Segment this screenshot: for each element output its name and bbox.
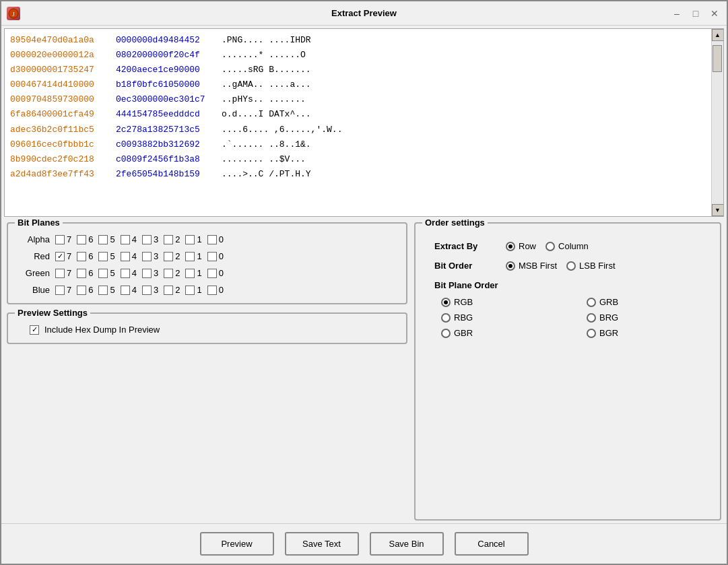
bpo-brg-option[interactable]: BRG [587,312,712,323]
green-bit3-checkbox[interactable] [142,269,152,278]
bit-planes-grid: Alpha76543210Red76543210Green76543210Blu… [16,234,398,295]
blue-bit1-checkbox[interactable] [185,286,195,295]
alpha-bit7-checkbox[interactable] [55,235,65,244]
blue-bit2-checkbox[interactable] [164,286,173,295]
blue-bit0-checkbox[interactable] [207,286,217,295]
scroll-up-button[interactable]: ▲ [712,29,724,41]
alpha-bit4-checkbox[interactable] [121,235,130,244]
lsb-first-label: LSB First [579,261,615,271]
bpo-rgb-option[interactable]: RGB [441,297,566,307]
green-bit1-checkbox[interactable] [185,269,195,278]
red-bit2-checkbox[interactable] [164,252,173,261]
lsb-first-radio[interactable] [566,261,576,271]
blue-bit3-checkbox[interactable] [142,286,152,295]
bit-row: Alpha76543210 [16,234,398,244]
extract-by-row-radio[interactable] [506,242,515,251]
bit-number-label: 0 [219,251,224,261]
red-bit6-checkbox[interactable] [77,252,86,261]
red-bit3-checkbox[interactable] [142,252,152,261]
msb-first-option[interactable]: MSB First [506,261,557,271]
green-bit2-checkbox[interactable] [164,269,173,278]
bit-number-label: 3 [154,268,158,278]
bit-number-label: 0 [219,285,224,295]
bpo-rbg-option[interactable]: RBG [441,312,566,323]
bpo-grb-radio[interactable] [587,298,596,307]
bit-number-label: 0 [219,268,224,278]
close-button[interactable]: ✕ [708,7,721,20]
green-bit0-checkbox[interactable] [207,269,217,278]
bit-cell: 2 [164,234,180,244]
bpo-gbr-radio[interactable] [441,329,451,338]
hex-preview: 89504e470d0a1a0a 0000000d49484452 .PNG..… [4,28,724,217]
bit-number-label: 2 [175,268,180,278]
hex-col1: d300000001735247 [10,63,108,77]
hex-col2: c0809f2456f1b3a8 [116,152,213,167]
cancel-button[interactable]: Cancel [455,532,529,556]
hex-col3: ....>..C /.PT.H.Y [222,167,343,182]
bit-cell: 3 [142,234,158,244]
blue-bit5-checkbox[interactable] [98,286,108,295]
scroll-track[interactable] [712,41,723,204]
extract-by-row-option[interactable]: Row [506,241,536,251]
red-bit7-checkbox[interactable] [55,252,65,261]
right-panel: Order settings Extract By Row Column [414,222,721,521]
bpo-rgb-radio[interactable] [441,298,451,307]
app-icon: J [7,7,20,20]
red-bit4-checkbox[interactable] [121,252,130,261]
save-bin-button[interactable]: Save Bin [370,532,444,556]
preview-button[interactable]: Preview [200,532,274,556]
alpha-bit6-checkbox[interactable] [77,235,86,244]
green-bit5-checkbox[interactable] [98,269,108,278]
bpo-bgr-option[interactable]: BGR [587,328,712,338]
hex-col2: c0093882bb312692 [116,137,213,152]
red-bit0-checkbox[interactable] [207,252,217,261]
save-text-button[interactable]: Save Text [285,532,359,556]
maximize-button[interactable]: □ [689,7,702,20]
scroll-down-button[interactable]: ▼ [712,204,724,216]
msb-first-radio[interactable] [506,261,515,271]
bit-number-label: 3 [154,251,158,261]
green-bit7-checkbox[interactable] [55,269,65,278]
alpha-bit0-checkbox[interactable] [207,235,217,244]
alpha-bit1-checkbox[interactable] [185,235,195,244]
bit-number-label: 6 [88,251,93,261]
scroll-thumb[interactable] [713,45,722,72]
scrollbar[interactable]: ▲ ▼ [711,29,723,216]
hex-row: adec36b2c0f11bc5 2c278a13825713c5 ....6.… [10,123,706,137]
bpo-bgr-radio[interactable] [587,329,596,338]
extract-by-column-radio[interactable] [545,242,555,251]
blue-bit7-checkbox[interactable] [55,286,65,295]
bit-number-label: 7 [67,234,71,244]
bit-number-label: 5 [110,268,114,278]
bpo-rbg-radio[interactable] [441,313,451,323]
hex-col1: 0000020e0000012a [10,48,108,63]
blue-bit6-checkbox[interactable] [77,286,86,295]
bit-cell: 3 [142,268,158,278]
hex-col2: 444154785eedddcd [116,107,213,122]
bit-number-label: 1 [197,268,201,278]
blue-bit4-checkbox[interactable] [121,286,130,295]
green-bit6-checkbox[interactable] [77,269,86,278]
bit-number-label: 4 [132,234,137,244]
bpo-brg-radio[interactable] [587,313,596,323]
alpha-bit5-checkbox[interactable] [98,235,108,244]
bpo-grb-option[interactable]: GRB [587,297,712,307]
lsb-first-option[interactable]: LSB First [566,261,615,271]
red-bit1-checkbox[interactable] [185,252,195,261]
order-settings-title: Order settings [422,218,488,228]
extract-by-column-option[interactable]: Column [545,241,589,251]
red-bit5-checkbox[interactable] [98,252,108,261]
bpo-gbr-option[interactable]: GBR [441,328,566,338]
alpha-bit2-checkbox[interactable] [164,235,173,244]
bit-order-row: Bit Order MSB First LSB First [424,261,712,271]
bit-row-label: Alpha [16,234,50,244]
include-hex-dump-checkbox[interactable] [30,325,39,335]
alpha-bit3-checkbox[interactable] [142,235,152,244]
minimize-button[interactable]: – [670,7,684,20]
green-bit4-checkbox[interactable] [121,269,130,278]
bit-number-label: 5 [110,234,114,244]
bpo-gbr-label: GBR [454,328,473,338]
bpo-brg-label: BRG [599,312,618,323]
bit-cell: 7 [55,285,71,295]
extract-by-column-label: Column [558,241,589,251]
